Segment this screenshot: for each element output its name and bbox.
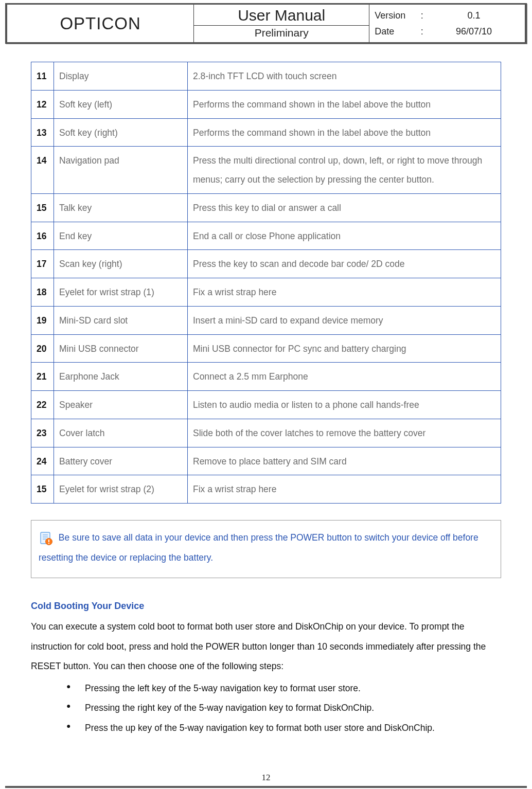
- part-number: 24: [31, 447, 54, 475]
- part-number: 18: [31, 278, 54, 307]
- part-description: Listen to audio media or listen to a pho…: [188, 391, 501, 419]
- list-item: Pressing the right key of the 5-way navi…: [85, 698, 501, 718]
- table-row: 23Cover latchSlide both of the cover lat…: [31, 419, 501, 447]
- part-description: End a call or close Phone application: [188, 222, 501, 250]
- title-block: User Manual Preliminary: [193, 5, 369, 42]
- part-number: 16: [31, 222, 54, 250]
- part-number: 15: [31, 475, 54, 504]
- note-alert-icon: [39, 531, 53, 546]
- part-description: Performs the command shown in the label …: [188, 90, 501, 118]
- part-description: Performs the command shown in the label …: [188, 118, 501, 147]
- part-name: Cover latch: [54, 419, 188, 447]
- part-name: Display: [54, 62, 188, 91]
- part-description: 2.8-inch TFT LCD with touch screen: [188, 62, 501, 91]
- document-subtitle: Preliminary: [194, 26, 369, 41]
- part-description: Connect a 2.5 mm Earphone: [188, 363, 501, 391]
- part-description: Slide both of the cover latches to remov…: [188, 419, 501, 447]
- part-description: Fix a wrist strap here: [188, 278, 501, 307]
- part-number: 22: [31, 391, 54, 419]
- part-description: Insert a mini-SD card to expand device m…: [188, 306, 501, 334]
- note-box: Be sure to save all data in your device …: [31, 520, 501, 578]
- table-row: 14Navigation padPress the multi directio…: [31, 147, 501, 194]
- part-name: Eyelet for wrist strap (2): [54, 475, 188, 504]
- table-row: 15Eyelet for wrist strap (2)Fix a wrist …: [31, 475, 501, 504]
- part-name: Eyelet for wrist strap (1): [54, 278, 188, 307]
- table-row: 13Soft key (right)Performs the command s…: [31, 118, 501, 147]
- document-meta: Version : 0.1 Date : 96/07/10: [369, 5, 525, 42]
- parts-table: 11Display2.8-inch TFT LCD with touch scr…: [31, 62, 501, 504]
- svg-rect-5: [48, 540, 49, 542]
- part-number: 21: [31, 363, 54, 391]
- part-number: 12: [31, 90, 54, 118]
- part-name: Soft key (right): [54, 118, 188, 147]
- part-description: Press this key to dial or answer a call: [188, 193, 501, 222]
- part-number: 15: [31, 193, 54, 222]
- list-item: Pressing the left key of the 5-way navig…: [85, 678, 501, 698]
- note-text: Be sure to save all data in your device …: [39, 532, 478, 563]
- table-row: 21Earphone JackConnect a 2.5 mm Earphone: [31, 363, 501, 391]
- date-value: 96/07/10: [428, 24, 520, 40]
- part-name: End key: [54, 222, 188, 250]
- part-name: Talk key: [54, 193, 188, 222]
- part-number: 11: [31, 62, 54, 91]
- part-name: Navigation pad: [54, 147, 188, 194]
- table-row: 17Scan key (right)Press the key to scan …: [31, 250, 501, 278]
- part-name: Mini USB connector: [54, 334, 188, 363]
- brand: OPTICON: [7, 5, 193, 42]
- svg-rect-6: [48, 543, 49, 544]
- part-description: Mini USB connector for PC sync and batte…: [188, 334, 501, 363]
- table-row: 24Battery coverRemove to place battery a…: [31, 447, 501, 475]
- page-number: 12: [0, 773, 532, 783]
- section-body: You can execute a system cold boot to fo…: [31, 617, 501, 676]
- meta-colon: :: [416, 24, 428, 40]
- part-name: Speaker: [54, 391, 188, 419]
- meta-colon: :: [416, 8, 428, 24]
- section-heading: Cold Booting Your Device: [31, 601, 501, 612]
- table-row: 20Mini USB connectorMini USB connector f…: [31, 334, 501, 363]
- part-description: Remove to place battery and SIM card: [188, 447, 501, 475]
- date-label: Date: [375, 24, 416, 40]
- document-header: OPTICON User Manual Preliminary Version …: [5, 3, 527, 44]
- part-name: Soft key (left): [54, 90, 188, 118]
- footer-rule: [5, 786, 527, 788]
- part-number: 19: [31, 306, 54, 334]
- steps-list: Pressing the left key of the 5-way navig…: [31, 678, 501, 738]
- part-description: Fix a wrist strap here: [188, 475, 501, 504]
- part-name: Scan key (right): [54, 250, 188, 278]
- part-number: 23: [31, 419, 54, 447]
- part-description: Press the multi directional control up, …: [188, 147, 501, 194]
- part-name: Battery cover: [54, 447, 188, 475]
- part-name: Earphone Jack: [54, 363, 188, 391]
- table-row: 15Talk keyPress this key to dial or answ…: [31, 193, 501, 222]
- part-number: 17: [31, 250, 54, 278]
- part-number: 14: [31, 147, 54, 194]
- table-row: 18Eyelet for wrist strap (1)Fix a wrist …: [31, 278, 501, 307]
- table-row: 11Display2.8-inch TFT LCD with touch scr…: [31, 62, 501, 91]
- table-row: 12Soft key (left)Performs the command sh…: [31, 90, 501, 118]
- version-value: 0.1: [428, 8, 520, 24]
- part-number: 13: [31, 118, 54, 147]
- document-title: User Manual: [194, 5, 369, 26]
- list-item: Press the up key of the 5-way navigation…: [85, 718, 501, 738]
- part-name: Mini-SD card slot: [54, 306, 188, 334]
- table-row: 19Mini-SD card slotInsert a mini-SD card…: [31, 306, 501, 334]
- table-row: 22SpeakerListen to audio media or listen…: [31, 391, 501, 419]
- version-label: Version: [375, 8, 416, 24]
- part-description: Press the key to scan and decode bar cod…: [188, 250, 501, 278]
- table-row: 16End keyEnd a call or close Phone appli…: [31, 222, 501, 250]
- part-number: 20: [31, 334, 54, 363]
